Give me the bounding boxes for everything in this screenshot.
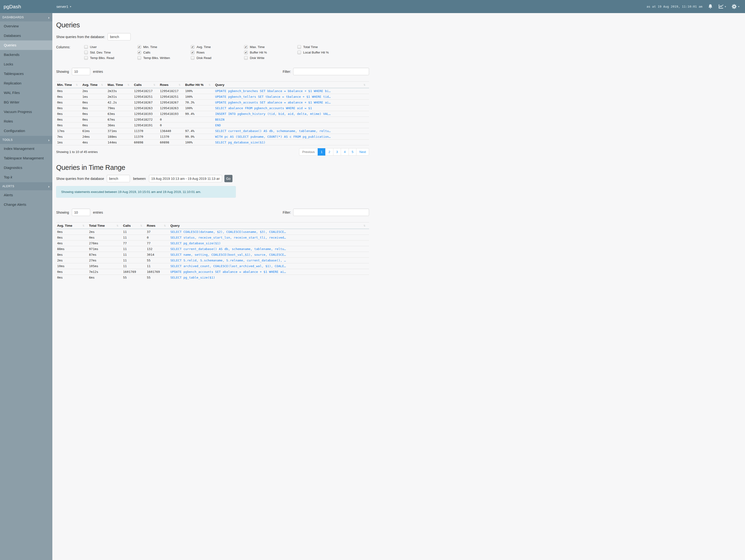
checkbox-icon[interactable]: [191, 56, 194, 60]
query-link[interactable]: END: [214, 123, 369, 128]
filter-input[interactable]: [293, 209, 369, 216]
column-header-label: Total Time: [89, 224, 105, 227]
go-button[interactable]: Go: [224, 175, 232, 182]
entries-count-input[interactable]: [72, 209, 90, 216]
sort-icon[interactable]: ↑↓: [82, 224, 84, 227]
sort-icon[interactable]: ↑↓: [363, 224, 365, 227]
sort-icon[interactable]: ↑↓: [208, 83, 210, 86]
query-link[interactable]: SELECT pg_database_size($1): [214, 140, 369, 145]
database-input[interactable]: [107, 33, 131, 40]
query-link[interactable]: SELECT name, setting, COALESCE(boot_val,…: [169, 252, 369, 258]
sidebar-item-tablespace-management[interactable]: Tablespace Management: [0, 154, 52, 163]
sidebar-item-index-management[interactable]: Index Management: [0, 144, 52, 154]
checkbox-checked-icon[interactable]: ✔: [191, 45, 194, 49]
sidebar-item-change-alerts[interactable]: Change Alerts: [0, 200, 52, 209]
query-link[interactable]: SELECT status, receive_start_lsn, receiv…: [169, 235, 369, 240]
query-link[interactable]: SELECT archived_count, COALESCE(last_arc…: [169, 263, 369, 269]
sort-icon[interactable]: ↑↓: [179, 83, 180, 86]
query-link[interactable]: SELECT S.relid, S.schemaname, S.relname,…: [169, 258, 369, 263]
table-cell: 87ms: [88, 252, 122, 258]
column-toggle-avg-time[interactable]: ✔Avg. Time: [191, 45, 244, 49]
next-page-button[interactable]: Next: [356, 148, 369, 156]
entries-count-input[interactable]: [72, 68, 90, 75]
query-link[interactable]: WITH pc AS (SELECT pubname, COUNT(*) AS …: [214, 134, 369, 140]
sort-icon[interactable]: ↑↓: [101, 83, 102, 86]
page-button-4[interactable]: 4: [341, 148, 349, 156]
sidebar-item-bg-writer[interactable]: BG Writer: [0, 98, 52, 107]
entries-label: entries: [93, 210, 103, 215]
checkbox-icon[interactable]: [297, 51, 301, 54]
previous-page-button[interactable]: Previous: [299, 148, 318, 156]
sidebar-item-overview[interactable]: Overview: [0, 22, 52, 31]
table-cell: 37: [146, 229, 169, 235]
column-toggle-local-buffer-hit[interactable]: Local Buffer Hit %: [297, 51, 351, 54]
sort-icon[interactable]: ↑↓: [127, 83, 129, 86]
column-toggle-rows[interactable]: ✔Rows: [191, 51, 244, 54]
checkbox-checked-icon[interactable]: ✔: [244, 51, 248, 54]
sidebar-section-alerts[interactable]: ALERTS›: [0, 182, 52, 190]
sidebar-item-queries[interactable]: Queries: [0, 40, 52, 50]
sidebar-item-locks[interactable]: Locks: [0, 60, 52, 69]
column-toggle-min-time[interactable]: ✔Min. Time: [137, 45, 191, 49]
checkbox-checked-icon[interactable]: ✔: [191, 51, 194, 54]
checkbox-checked-icon[interactable]: ✔: [137, 51, 141, 54]
query-link[interactable]: UPDATE pgbench_tellers SET tbalance = tb…: [214, 94, 369, 100]
column-toggle-user[interactable]: User: [84, 45, 137, 49]
query-link[interactable]: SELECT current_database() AS db, scheman…: [169, 246, 369, 252]
query-link[interactable]: SELECT current_database() AS db, scheman…: [214, 128, 369, 134]
sidebar-item-backends[interactable]: Backends: [0, 50, 52, 60]
checkbox-icon[interactable]: [137, 56, 141, 60]
query-link[interactable]: SELECT abalance FROM pgbench_accounts WH…: [214, 105, 369, 111]
sidebar-item-configuration[interactable]: Configuration: [0, 126, 52, 136]
checkbox-checked-icon[interactable]: ✔: [137, 45, 141, 49]
sidebar-item-wal-files[interactable]: WAL Files: [0, 88, 52, 98]
query-link[interactable]: UPDATE pgbench_branches SET bbalance = b…: [214, 88, 369, 94]
sidebar-section-dashboards[interactable]: DASHBOARDS›: [0, 13, 52, 22]
query-link[interactable]: SELECT COALESCE(datname, $2), COALESCE(u…: [169, 229, 369, 235]
query-link[interactable]: SELECT pg_table_size($1): [169, 275, 369, 280]
page-button-2[interactable]: 2: [325, 148, 333, 156]
filter-input[interactable]: [293, 68, 369, 75]
column-toggle-disk-read[interactable]: Disk Read: [191, 56, 244, 60]
sort-icon[interactable]: ↑↓: [76, 83, 77, 86]
sort-icon[interactable]: ↑↓: [153, 83, 155, 86]
column-toggle-max-time[interactable]: ✔Max. Time: [244, 45, 297, 49]
sidebar-item-databases[interactable]: Databases: [0, 31, 52, 40]
sidebar-item-replication[interactable]: Replication: [0, 78, 52, 88]
column-toggle-disk-write[interactable]: Disk Write: [244, 56, 297, 60]
page-button-1[interactable]: 1: [318, 148, 326, 156]
column-toggle-buffer-hit[interactable]: ✔Buffer Hit %: [244, 51, 297, 54]
page-button-5[interactable]: 5: [349, 148, 357, 156]
column-toggle-temp-blks-written[interactable]: Temp Blks. Written: [137, 56, 191, 60]
sidebar-item-roles[interactable]: Roles: [0, 117, 52, 126]
query-link[interactable]: BEGIN: [214, 117, 369, 123]
sort-icon[interactable]: ↑↓: [363, 83, 365, 86]
column-toggle-std-dev-time[interactable]: Std. Dev. Time: [84, 51, 137, 54]
sidebar-item-tablespaces[interactable]: Tablespaces: [0, 69, 52, 78]
query-link[interactable]: SELECT pg_database_size($1): [169, 240, 369, 246]
checkbox-icon[interactable]: [84, 51, 88, 54]
database-input[interactable]: [107, 175, 130, 182]
server-selector[interactable]: server1 ▾: [56, 4, 71, 8]
checkbox-icon[interactable]: [244, 56, 248, 60]
sidebar-item-diagnostics[interactable]: Diagnostics: [0, 163, 52, 172]
query-link[interactable]: UPDATE pgbench_accounts SET abalance = a…: [169, 269, 369, 275]
sort-icon[interactable]: ↑↓: [140, 224, 141, 227]
sort-icon[interactable]: ↑↓: [116, 224, 118, 227]
checkbox-checked-icon[interactable]: ✔: [244, 45, 248, 49]
column-toggle-total-time[interactable]: Total Time: [297, 45, 351, 49]
query-link[interactable]: INSERT INTO pgbench_history (tid, bid, a…: [214, 111, 369, 117]
page-button-3[interactable]: 3: [333, 148, 341, 156]
checkbox-icon[interactable]: [84, 45, 88, 49]
sidebar-item-alerts[interactable]: Alerts: [0, 190, 52, 200]
sidebar-item-top-k[interactable]: Top k: [0, 172, 52, 182]
column-toggle-temp-blks-read[interactable]: Temp Blks. Read: [84, 56, 137, 60]
column-toggle-calls[interactable]: ✔Calls: [137, 51, 191, 54]
sidebar-item-vacuum-progress[interactable]: Vacuum Progress: [0, 107, 52, 117]
query-link[interactable]: UPDATE pgbench_accounts SET abalance = a…: [214, 100, 369, 105]
sort-icon[interactable]: ↑↓: [164, 224, 165, 227]
checkbox-icon[interactable]: [84, 56, 88, 60]
time-range-input[interactable]: [149, 175, 222, 182]
checkbox-icon[interactable]: [297, 45, 301, 49]
sidebar-section-tools[interactable]: TOOLS›: [0, 136, 52, 144]
